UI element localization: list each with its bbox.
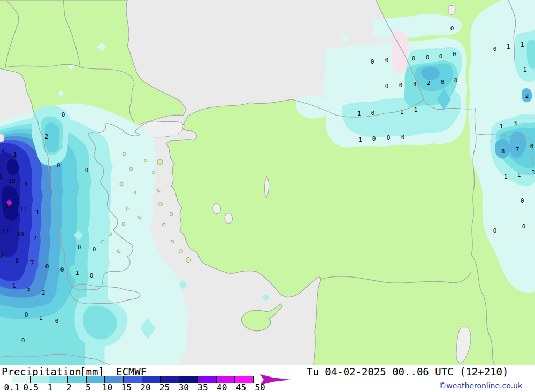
precip-value-label: 1 xyxy=(13,151,17,158)
precip-value-label: 19 xyxy=(8,178,15,185)
precip-value-label: 0 xyxy=(78,244,81,251)
precip-value-label: 0 xyxy=(93,246,96,253)
precip-value-label: 8 xyxy=(501,148,505,155)
precip-value-label: 4 xyxy=(1,148,5,155)
legend-tick: 2 xyxy=(66,382,72,392)
precip-value-label: 1 xyxy=(504,173,508,180)
weather-map-screenshot: 0200416194331111210208700152010000100000… xyxy=(0,0,535,392)
precip-value-label: 0 xyxy=(453,51,456,58)
precip-value-label: 4 xyxy=(25,181,28,188)
precip-value-label: 8 xyxy=(16,257,19,264)
precip-value-label: 0 xyxy=(55,318,59,325)
precip-value-label: 0 xyxy=(521,197,524,204)
precip-value-label: 6 xyxy=(0,173,2,180)
precip-value-label: 0 xyxy=(385,83,389,90)
precip-value-label: 33 xyxy=(5,203,12,210)
legend-tick: 5 xyxy=(86,382,91,392)
precip-value-label: 1 xyxy=(517,172,521,179)
map-canvas: 0200416194331111210208700152010000100000… xyxy=(0,0,535,365)
precip-value-label: 0 xyxy=(385,57,389,64)
precip-value-label: 1 xyxy=(400,109,404,116)
precip-value-label: 11 xyxy=(19,206,26,213)
precip-value-label: 1 xyxy=(500,123,503,130)
precip-value-label: 10 xyxy=(17,231,24,238)
precip-value-label: 2 xyxy=(45,133,49,140)
precip-value-label: 0 xyxy=(25,311,28,318)
legend-tick: 1 xyxy=(48,382,53,392)
precip-value-label: 1 xyxy=(36,209,40,216)
precip-value-label: 0 xyxy=(454,77,458,84)
copyright-link[interactable]: ©weatheronline.co.uk xyxy=(439,381,522,390)
precip-value-label: 2 xyxy=(42,289,45,296)
precip-value-label: 0 xyxy=(90,272,94,279)
black-sea-lagoon xyxy=(448,5,455,14)
precip-value-label: 0 xyxy=(371,58,374,65)
precip-value-label: 1 xyxy=(39,314,43,321)
legend-bar: Precipitation [mm] ECMWF 0.10.5125101520… xyxy=(0,365,535,392)
lake-small-2 xyxy=(225,213,232,224)
precip-value-label: 0 xyxy=(522,223,526,230)
precip-value-label: 0 xyxy=(493,227,497,234)
precip-value-label: 2 xyxy=(33,235,37,242)
precip-value-label: 0 xyxy=(493,45,497,52)
precip-value-label: 2 xyxy=(427,80,431,87)
precip-value-label: 3 xyxy=(514,120,517,127)
precip-value-label: 0 xyxy=(45,263,49,270)
precip-value-label: 0 xyxy=(372,135,376,142)
legend-tick: 20 xyxy=(140,382,150,392)
precip-value-label: 3 xyxy=(413,81,417,88)
precip-value-label: 0 xyxy=(387,134,391,141)
precip-value-label: 0 xyxy=(450,25,454,32)
datetime-label: Tu 04-02-2025 00..06 UTC (12+210) xyxy=(307,366,509,378)
precip-value-label: 5 xyxy=(27,286,31,293)
legend-tick: 45 xyxy=(236,382,246,392)
legend-tick: 40 xyxy=(217,382,227,392)
precip-value-label: 1 xyxy=(414,106,418,113)
precip-value-label: 0 xyxy=(439,53,443,60)
precip-value-label: 0 xyxy=(401,134,405,141)
precip-value-label: 0 xyxy=(426,54,430,61)
precip-value-label: 1 xyxy=(12,282,16,289)
legend-tick: 25 xyxy=(159,382,170,392)
precip-value-label: 0 xyxy=(85,167,89,174)
precip-value-label: 0 xyxy=(412,55,416,62)
precip-value-label: 0 xyxy=(57,162,60,169)
legend-tick: 50 xyxy=(255,382,265,392)
precip-value-label: 0 xyxy=(530,143,534,150)
legend-tick: 10 xyxy=(102,382,112,392)
precip-value-label: 7 xyxy=(516,146,519,153)
precip-value-label: 0 xyxy=(0,253,3,260)
lake-small-1 xyxy=(213,204,220,214)
precip-value-label: 7 xyxy=(30,259,34,266)
precip-value-label: 0 xyxy=(371,110,375,117)
precip-value-label: 0 xyxy=(62,111,65,118)
precip-value-label: 0 xyxy=(441,79,445,86)
precip-value-label: 0 xyxy=(21,337,25,344)
precip-value-label: 3 xyxy=(532,169,535,176)
precip-value-label: 12 xyxy=(2,228,9,235)
legend-tick: 0.1 xyxy=(4,382,20,392)
precip-value-label: 1 xyxy=(358,136,362,143)
precip-value-label: 1 xyxy=(521,41,524,48)
legend-tick: 30 xyxy=(179,382,189,392)
precip-value-label: 2 xyxy=(525,93,529,99)
legend-tick: 35 xyxy=(197,382,208,392)
precip-value-label: 1 xyxy=(75,270,79,276)
legend-tick: 0.5 xyxy=(23,382,39,392)
precip-value-label: 0 xyxy=(60,266,64,273)
precip-value-label: 0 xyxy=(399,82,403,89)
legend-tick: 15 xyxy=(121,382,132,392)
precip-value-label: 1 xyxy=(357,110,361,117)
precip-value-label: 1 xyxy=(507,43,510,50)
precip-value-label: 1 xyxy=(523,66,527,73)
